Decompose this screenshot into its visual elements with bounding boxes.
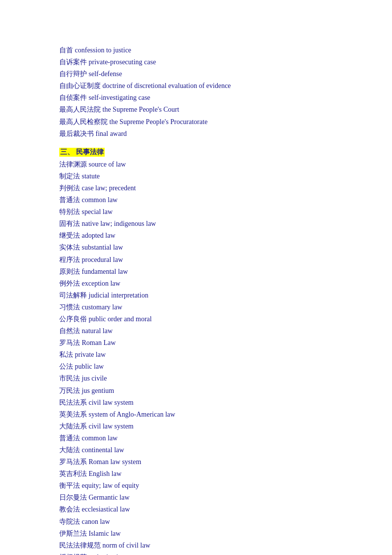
list-item: 公序良俗 public order and moral	[59, 313, 333, 325]
section-header: 三、 民事法律	[59, 148, 105, 157]
list-item: 最高人民检察院 the Supreme People's Procuratora…	[59, 116, 333, 128]
list-item: 英美法系 system of Anglo-American law	[59, 409, 333, 420]
list-item: 最高人民法院 the Supreme People's Court	[59, 104, 333, 115]
list-item: 实体法 substantial law	[59, 242, 333, 253]
list-item: 民法法系 civil law system	[59, 397, 333, 408]
list-item: 判例法 case law; precedent	[59, 182, 333, 194]
list-item: 例外法 exception law	[59, 278, 333, 289]
list-item: 大陆法 continental law	[59, 444, 333, 456]
list-item: 衡平法 equity; law of equity	[59, 480, 333, 491]
list-item: 英吉利法 English law	[59, 468, 333, 479]
list-item: 私法 private law	[59, 349, 333, 360]
list-item: 特别法 special law	[59, 206, 333, 217]
list-item: 授权规范 authorization norm	[59, 552, 333, 555]
list-item: 自侦案件 self-investigating case	[59, 92, 333, 103]
list-item: 大陆法系 civil law system	[59, 421, 333, 432]
list-item: 司法解释 judicial interpretation	[59, 290, 333, 301]
list-item: 自首 confession to justice	[59, 44, 333, 56]
list-item: 普通法 common law	[59, 194, 333, 206]
list-item: 公法 public law	[59, 361, 333, 372]
list-item: 最后裁决书 final award	[59, 128, 333, 139]
list-item: 罗马法系 Roman law system	[59, 456, 333, 468]
list-item: 教会法 ecclesiastical law	[59, 504, 333, 515]
list-item: 日尔曼法 Germantic law	[59, 492, 333, 503]
list-item: 法律渊源 source of law	[59, 159, 333, 170]
list-item: 伊斯兰法 Islamic law	[59, 528, 333, 539]
list-item: 习惯法 customary law	[59, 301, 333, 313]
list-item: 自然法 natural law	[59, 325, 333, 337]
section-entries-list: 法律渊源 source of law制定法 statute判例法 case la…	[59, 159, 333, 555]
list-item: 程序法 procedural law	[59, 254, 333, 265]
list-item: 自诉案件 private-prosecuting case	[59, 56, 333, 68]
list-item: 万民法 jus gentium	[59, 385, 333, 396]
list-item: 原则法 fundamental law	[59, 266, 333, 277]
list-item: 自由心证制度 doctrine of discretional evaluati…	[59, 80, 333, 91]
list-item: 市民法 jus civile	[59, 373, 333, 384]
list-item: 寺院法 canon law	[59, 516, 333, 527]
list-item: 自行辩护 self-defense	[59, 68, 333, 80]
list-item: 继受法 adopted law	[59, 230, 333, 241]
list-item: 民法法律规范 norm of civil law	[59, 540, 333, 551]
list-item: 固有法 native law; indigenous law	[59, 218, 333, 229]
section-header-container: 三、 民事法律	[59, 145, 333, 159]
list-item: 普通法 common law	[59, 432, 333, 444]
list-item: 制定法 statute	[59, 171, 333, 182]
top-entries-list: 自首 confession to justice自诉案件 private-pro…	[59, 44, 333, 139]
list-item: 罗马法 Roman Law	[59, 337, 333, 348]
